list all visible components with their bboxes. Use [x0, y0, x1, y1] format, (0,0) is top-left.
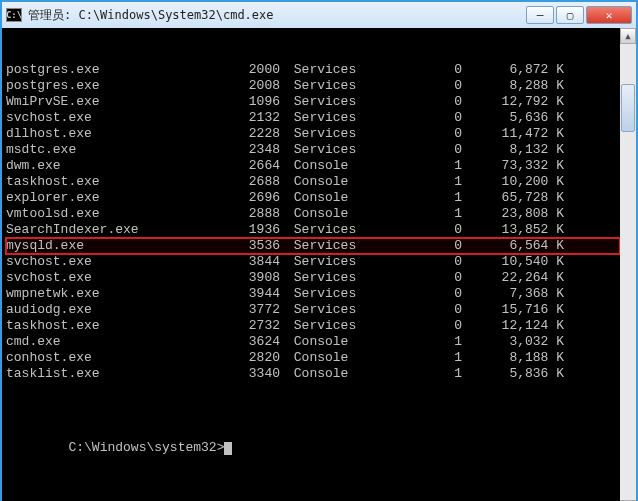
- process-pid: 3340: [222, 366, 280, 382]
- process-memory: 12,124 K: [462, 318, 572, 334]
- process-row: msdtc.exe2348 Services08,132 K: [6, 142, 620, 158]
- process-session: Services: [280, 318, 366, 334]
- process-row: wmpnetwk.exe3944 Services07,368 K: [6, 286, 620, 302]
- maximize-button[interactable]: ▢: [556, 6, 584, 24]
- process-session: Services: [280, 62, 366, 78]
- process-name: svchost.exe: [6, 110, 222, 126]
- process-row: postgres.exe2000 Services06,872 K: [6, 62, 620, 78]
- process-session-num: 1: [366, 206, 462, 222]
- process-row: svchost.exe3844 Services010,540 K: [6, 254, 620, 270]
- process-name: postgres.exe: [6, 62, 222, 78]
- process-pid: 2696: [222, 190, 280, 206]
- console-output[interactable]: postgres.exe2000 Services06,872 Kpostgre…: [2, 28, 620, 501]
- process-session-num: 0: [366, 142, 462, 158]
- process-memory: 11,472 K: [462, 126, 572, 142]
- process-pid: 2688: [222, 174, 280, 190]
- process-pid: 2228: [222, 126, 280, 142]
- process-session: Services: [280, 78, 366, 94]
- process-memory: 5,636 K: [462, 110, 572, 126]
- process-row: svchost.exe3908 Services022,264 K: [6, 270, 620, 286]
- process-name: vmtoolsd.exe: [6, 206, 222, 222]
- process-memory: 8,288 K: [462, 78, 572, 94]
- process-name: svchost.exe: [6, 254, 222, 270]
- process-session: Console: [280, 334, 366, 350]
- process-memory: 3,032 K: [462, 334, 572, 350]
- process-memory: 65,728 K: [462, 190, 572, 206]
- process-memory: 23,808 K: [462, 206, 572, 222]
- process-row: svchost.exe2132 Services05,636 K: [6, 110, 620, 126]
- process-memory: 8,132 K: [462, 142, 572, 158]
- process-session: Console: [280, 350, 366, 366]
- process-session-num: 0: [366, 254, 462, 270]
- process-session-num: 0: [366, 78, 462, 94]
- process-memory: 10,200 K: [462, 174, 572, 190]
- process-name: dwm.exe: [6, 158, 222, 174]
- process-name: SearchIndexer.exe: [6, 222, 222, 238]
- process-memory: 22,264 K: [462, 270, 572, 286]
- window-buttons: ─ ▢ ✕: [526, 6, 632, 24]
- process-memory: 6,564 K: [462, 238, 572, 254]
- process-session-num: 1: [366, 190, 462, 206]
- process-session: Services: [280, 270, 366, 286]
- process-session: Console: [280, 206, 366, 222]
- process-memory: 7,368 K: [462, 286, 572, 302]
- process-session-num: 1: [366, 366, 462, 382]
- process-name: mysqld.exe: [6, 238, 222, 254]
- process-pid: 1936: [222, 222, 280, 238]
- process-memory: 73,332 K: [462, 158, 572, 174]
- process-row: postgres.exe2008 Services08,288 K: [6, 78, 620, 94]
- process-pid: 2888: [222, 206, 280, 222]
- process-session-num: 1: [366, 174, 462, 190]
- process-session-num: 0: [366, 270, 462, 286]
- process-session-num: 0: [366, 94, 462, 110]
- process-row: conhost.exe2820 Console18,188 K: [6, 350, 620, 366]
- process-memory: 15,716 K: [462, 302, 572, 318]
- process-session: Console: [280, 366, 366, 382]
- process-memory: 13,852 K: [462, 222, 572, 238]
- process-session: Services: [280, 94, 366, 110]
- scroll-up-button[interactable]: ▲: [620, 28, 636, 44]
- process-session: Console: [280, 158, 366, 174]
- scroll-thumb[interactable]: [621, 84, 635, 132]
- process-memory: 8,188 K: [462, 350, 572, 366]
- process-pid: 3908: [222, 270, 280, 286]
- process-name: svchost.exe: [6, 270, 222, 286]
- process-session: Services: [280, 222, 366, 238]
- process-pid: 3772: [222, 302, 280, 318]
- process-session: Services: [280, 254, 366, 270]
- titlebar[interactable]: C:\ 管理员: C:\Windows\System32\cmd.exe ─ ▢…: [2, 2, 636, 28]
- window-title: 管理员: C:\Windows\System32\cmd.exe: [28, 7, 526, 24]
- process-session: Services: [280, 302, 366, 318]
- process-session-num: 1: [366, 350, 462, 366]
- process-name: dllhost.exe: [6, 126, 222, 142]
- scroll-track[interactable]: [620, 44, 636, 500]
- process-name: cmd.exe: [6, 334, 222, 350]
- process-session-num: 0: [366, 110, 462, 126]
- process-memory: 6,872 K: [462, 62, 572, 78]
- process-pid: 2348: [222, 142, 280, 158]
- process-row: explorer.exe2696 Console165,728 K: [6, 190, 620, 206]
- process-memory: 5,836 K: [462, 366, 572, 382]
- process-name: taskhost.exe: [6, 174, 222, 190]
- process-pid: 3536: [222, 238, 280, 254]
- process-pid: 2008: [222, 78, 280, 94]
- process-session: Services: [280, 142, 366, 158]
- process-pid: 2732: [222, 318, 280, 334]
- process-session: Services: [280, 110, 366, 126]
- process-row: vmtoolsd.exe2888 Console123,808 K: [6, 206, 620, 222]
- minimize-button[interactable]: ─: [526, 6, 554, 24]
- process-session-num: 0: [366, 318, 462, 334]
- process-name: WmiPrvSE.exe: [6, 94, 222, 110]
- process-row: WmiPrvSE.exe1096 Services012,792 K: [6, 94, 620, 110]
- process-name: msdtc.exe: [6, 142, 222, 158]
- process-session-num: 0: [366, 62, 462, 78]
- process-session-num: 0: [366, 286, 462, 302]
- app-icon: C:\: [6, 8, 22, 22]
- process-session-num: 0: [366, 302, 462, 318]
- scrollbar[interactable]: ▲ ▼: [620, 28, 636, 501]
- process-row: taskhost.exe2688 Console110,200 K: [6, 174, 620, 190]
- process-session: Console: [280, 190, 366, 206]
- close-button[interactable]: ✕: [586, 6, 632, 24]
- process-row: cmd.exe3624 Console13,032 K: [6, 334, 620, 350]
- process-pid: 3844: [222, 254, 280, 270]
